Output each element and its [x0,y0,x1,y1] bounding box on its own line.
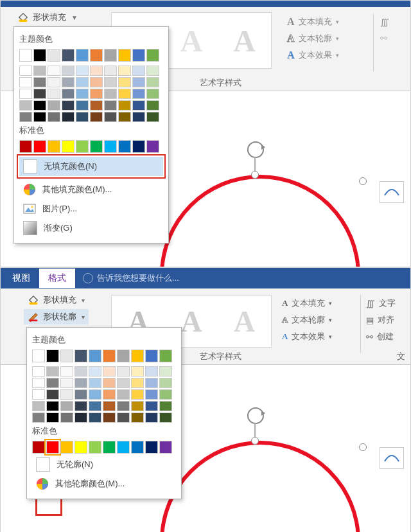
color-swatch[interactable] [90,112,103,122]
color-swatch[interactable] [145,441,158,454]
color-swatch[interactable] [76,89,89,99]
text-fill-button[interactable]: A文本填充▾ [282,295,332,312]
color-swatch[interactable] [46,389,59,400]
color-swatch[interactable] [104,89,117,99]
color-swatch[interactable] [90,77,103,87]
color-swatch[interactable] [74,389,87,400]
color-swatch[interactable] [118,49,131,62]
color-swatch[interactable] [104,140,117,153]
color-swatch[interactable] [132,100,145,111]
color-swatch[interactable] [89,412,101,423]
color-swatch[interactable] [32,366,45,377]
no-outline-item[interactable]: 无轮廓(N) [32,455,176,474]
color-swatch[interactable] [117,412,130,423]
color-swatch[interactable] [60,366,73,377]
color-swatch[interactable] [62,140,74,153]
color-swatch[interactable] [74,378,87,388]
color-swatch[interactable] [131,378,144,388]
color-swatch[interactable] [103,350,116,362]
color-swatch[interactable] [159,441,172,454]
color-swatch[interactable] [74,350,87,362]
selection-handle[interactable] [359,177,367,185]
color-swatch[interactable] [48,100,60,111]
color-swatch[interactable] [159,401,172,411]
color-swatch[interactable] [32,441,45,454]
color-swatch[interactable] [33,49,46,62]
color-swatch[interactable] [46,412,59,423]
shape-arc[interactable] [160,175,360,267]
tab-format[interactable]: 格式 [39,269,75,288]
color-swatch[interactable] [62,89,74,99]
color-swatch[interactable] [132,112,145,122]
color-swatch[interactable] [32,378,45,388]
color-swatch[interactable] [131,350,144,362]
color-swatch[interactable] [32,350,45,362]
tab-view[interactable]: 视图 [3,269,39,288]
color-swatch[interactable] [132,49,145,62]
color-swatch[interactable] [146,140,159,153]
color-swatch[interactable] [132,140,145,153]
color-swatch[interactable] [132,66,145,76]
color-swatch[interactable] [132,89,145,99]
color-swatch[interactable] [145,378,158,388]
color-swatch[interactable] [62,66,74,76]
color-swatch[interactable] [159,389,172,400]
color-swatch[interactable] [118,66,131,76]
color-swatch[interactable] [33,100,46,111]
color-swatch[interactable] [117,366,130,377]
color-swatch[interactable] [89,401,101,411]
color-swatch[interactable] [146,112,159,122]
color-swatch[interactable] [32,412,45,423]
color-swatch[interactable] [46,378,59,388]
color-swatch[interactable] [89,389,101,400]
layout-options-button[interactable] [380,447,404,469]
color-swatch[interactable] [118,100,131,111]
color-swatch[interactable] [118,77,131,87]
color-swatch[interactable] [104,49,117,62]
color-swatch[interactable] [104,112,117,122]
color-swatch[interactable] [117,401,130,411]
color-swatch[interactable] [104,77,117,87]
color-swatch[interactable] [76,77,89,87]
color-swatch[interactable] [89,366,101,377]
color-swatch[interactable] [90,140,103,153]
color-swatch[interactable] [60,378,73,388]
color-swatch[interactable] [117,378,130,388]
selection-handle[interactable] [251,437,259,445]
color-swatch[interactable] [74,401,87,411]
color-swatch[interactable] [62,77,74,87]
color-swatch[interactable] [33,89,46,99]
color-swatch[interactable] [60,412,73,423]
color-swatch[interactable] [103,389,116,400]
color-swatch[interactable] [33,140,46,153]
color-swatch[interactable] [104,100,117,111]
picture-fill-item[interactable]: 图片(P)... [19,199,163,218]
color-swatch[interactable] [90,89,103,99]
color-swatch[interactable] [145,389,158,400]
color-swatch[interactable] [145,350,158,362]
color-swatch[interactable] [118,89,131,99]
color-swatch[interactable] [90,100,103,111]
color-swatch[interactable] [89,441,101,454]
color-swatch[interactable] [131,366,144,377]
color-swatch[interactable] [33,77,46,87]
color-swatch[interactable] [48,49,60,62]
color-swatch[interactable] [32,401,45,411]
shape-arc[interactable] [160,441,360,532]
color-swatch[interactable] [145,366,158,377]
color-swatch[interactable] [60,401,73,411]
color-swatch[interactable] [74,366,87,377]
color-swatch[interactable] [117,441,130,454]
color-swatch[interactable] [33,66,46,76]
color-swatch[interactable] [159,366,172,377]
color-swatch[interactable] [33,112,46,122]
create-link-button[interactable]: ⚯创建 [366,328,396,345]
color-swatch[interactable] [46,401,59,411]
shape-outline-dropdown[interactable]: 形状轮廓▾ [24,309,89,324]
color-swatch[interactable] [60,350,73,362]
color-swatch[interactable] [104,66,117,76]
selection-handle[interactable] [359,443,367,451]
color-swatch[interactable] [117,350,130,362]
color-swatch[interactable] [159,378,172,388]
shape-fill-dropdown[interactable]: 形状填充 ▼ [13,10,82,25]
